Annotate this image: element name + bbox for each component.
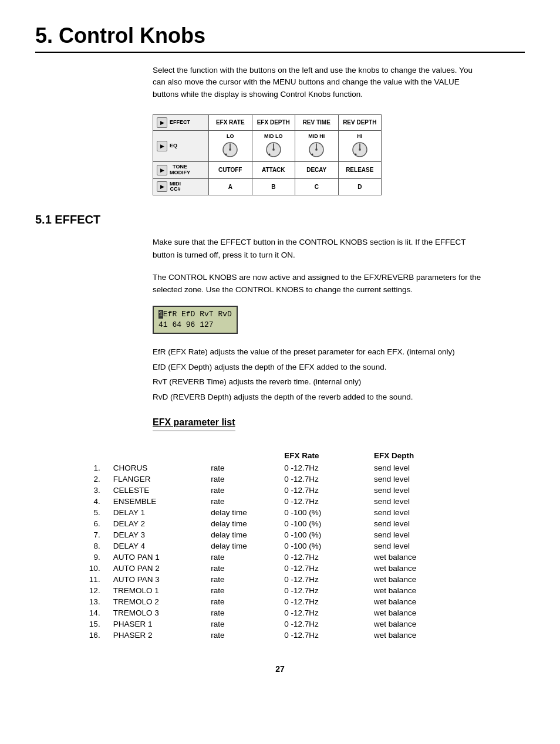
efx-num: 10. [70, 563, 104, 574]
lcd-line1: 1EfR EfD RvT RvD [158, 309, 232, 320]
efx-table-row: 8. DELAY 4 delay time 0 -100 (%) send le… [70, 540, 446, 552]
diagram-row-midi: ▶ MIDICC# A B C D [153, 179, 381, 195]
section-51-para1: Make sure that the EFFECT button in the … [153, 236, 481, 261]
efx-rate-label: rate [201, 485, 275, 496]
efx-rate-val: 0 -12.7Hz [275, 563, 365, 574]
efx-depth-val: send level [365, 462, 446, 474]
efx-num: 12. [70, 585, 104, 596]
header-efx-depth: EFX Depth [365, 449, 446, 462]
efx-num: 5. [70, 507, 104, 518]
svg-point-11 [312, 153, 313, 155]
efx-depth-val: send level [365, 485, 446, 496]
efx-rate-label: rate [201, 618, 275, 630]
efx-table-row: 15. PHASER 1 rate 0 -12.7Hz wet balance [70, 618, 446, 630]
efx-name: DELAY 2 [104, 518, 202, 529]
efx-table-row: 12. TREMOLO 1 rate 0 -12.7Hz wet balance [70, 585, 446, 596]
efx-name: CELESTE [104, 485, 202, 496]
diagram-cell-c: C [295, 179, 339, 195]
efx-rate-label: rate [201, 574, 275, 585]
efx-depth-val: wet balance [365, 596, 446, 607]
diagram-row-eq: ▶ EQ LO MID LO [153, 131, 381, 162]
efx-name: DELAY 4 [104, 540, 202, 552]
efx-num: 7. [70, 529, 104, 540]
efx-rate-label: rate [201, 596, 275, 607]
efx-name: PHASER 1 [104, 618, 202, 630]
efx-rate-label: rate [201, 607, 275, 618]
efx-rate-val: 0 -100 (%) [275, 540, 365, 552]
efx-table-body: 1. CHORUS rate 0 -12.7Hz send level 2. F… [70, 462, 446, 641]
efx-num: 6. [70, 518, 104, 529]
efx-depth-val: send level [365, 540, 446, 552]
efx-rate-label: rate [201, 563, 275, 574]
efx-num: 3. [70, 485, 104, 496]
efx-name: AUTO PAN 3 [104, 574, 202, 585]
diagram-label-eq: ▶ EQ [153, 131, 209, 161]
efx-depth-val: send level [365, 529, 446, 540]
efx-num: 14. [70, 607, 104, 618]
efx-name: DELAY 3 [104, 529, 202, 540]
efx-table-row: 9. AUTO PAN 1 rate 0 -12.7Hz wet balance [70, 552, 446, 563]
intro-text: Select the function with the buttons on … [153, 65, 481, 100]
control-diagram: ▶ EFFECT EFX RATE EFX DEPTH REV TIME REV… [153, 114, 382, 196]
efr-desc: EfR (EFX Rate) adjusts the value of the … [153, 346, 481, 359]
efx-depth-val: send level [365, 474, 446, 485]
efx-table-wrapper: EFX Rate EFX Depth 1. CHORUS rate 0 -12.… [70, 449, 525, 641]
efx-rate-val: 0 -12.7Hz [275, 618, 365, 630]
header-efx-rate: EFX Rate [275, 449, 365, 462]
diagram-cell-decay: DECAY [295, 162, 339, 178]
diagram-cell-lo: LO [209, 131, 252, 161]
eq-btn-icon: ▶ [157, 141, 167, 151]
efx-depth-val: send level [365, 496, 446, 507]
efx-num: 15. [70, 618, 104, 630]
efx-name: AUTO PAN 2 [104, 563, 202, 574]
efx-table-row: 7. DELAY 3 delay time 0 -100 (%) send le… [70, 529, 446, 540]
efx-depth-val: wet balance [365, 574, 446, 585]
svg-point-15 [355, 153, 356, 155]
efx-table-row: 5. DELAY 1 delay time 0 -100 (%) send le… [70, 507, 446, 518]
efx-rate-val: 0 -12.7Hz [275, 607, 365, 618]
diagram-cell-mid-hi: MID HI [295, 131, 339, 161]
efd-desc: EfD (EFX Depth) adjusts the depth of the… [153, 361, 481, 374]
svg-point-3 [225, 153, 227, 155]
efx-rate-val: 0 -100 (%) [275, 518, 365, 529]
efx-num: 2. [70, 474, 104, 485]
efx-table-row: 14. TREMOLO 3 rate 0 -12.7Hz wet balance [70, 607, 446, 618]
efx-list-title: EFX parameter list [153, 417, 235, 431]
efx-rate-val: 0 -12.7Hz [275, 574, 365, 585]
rvt-desc: RvT (REVERB Time) adjusts the reverb tim… [153, 376, 481, 388]
efx-name: TREMOLO 2 [104, 596, 202, 607]
efx-rate-label: rate [201, 496, 275, 507]
efx-num: 4. [70, 496, 104, 507]
efx-rate-val: 0 -12.7Hz [275, 496, 365, 507]
efx-name: TREMOLO 3 [104, 607, 202, 618]
diagram-label-tone: ▶ TONEMODIFY [153, 162, 209, 178]
lcd-display: 1EfR EfD RvT RvD 41 64 96 127 [153, 306, 238, 334]
efx-table-row: 4. ENSEMBLE rate 0 -12.7Hz send level [70, 496, 446, 507]
efx-rate-label: rate [201, 630, 275, 641]
tone-btn-icon: ▶ [157, 165, 167, 175]
section-51-para2: The CONTROL KNOBS are now active and ass… [153, 271, 481, 296]
diagram-cell-release: RELEASE [339, 162, 382, 178]
efx-table-row: 16. PHASER 2 rate 0 -12.7Hz wet balance [70, 630, 446, 641]
efx-rate-val: 0 -12.7Hz [275, 552, 365, 563]
efx-name: PHASER 2 [104, 630, 202, 641]
efx-depth-val: wet balance [365, 630, 446, 641]
efx-depth-val: wet balance [365, 563, 446, 574]
diagram-cell-cutoff: CUTOFF [209, 162, 252, 178]
svg-point-7 [268, 153, 270, 155]
efx-name: ENSEMBLE [104, 496, 202, 507]
efx-name: DELAY 1 [104, 507, 202, 518]
efx-rate-val: 0 -100 (%) [275, 529, 365, 540]
efx-name: FLANGER [104, 474, 202, 485]
efx-num: 11. [70, 574, 104, 585]
efx-table: EFX Rate EFX Depth 1. CHORUS rate 0 -12.… [70, 449, 446, 641]
efx-rate-label: rate [201, 474, 275, 485]
page-title: 5. Control Knobs [35, 23, 525, 53]
efx-table-row: 1. CHORUS rate 0 -12.7Hz send level [70, 462, 446, 474]
efx-rate-val: 0 -100 (%) [275, 507, 365, 518]
efx-depth-val: wet balance [365, 607, 446, 618]
efx-name: CHORUS [104, 462, 202, 474]
efx-rate-val: 0 -12.7Hz [275, 485, 365, 496]
efx-num: 8. [70, 540, 104, 552]
diagram-row-tone: ▶ TONEMODIFY CUTOFF ATTACK DECAY RELEASE [153, 162, 381, 179]
